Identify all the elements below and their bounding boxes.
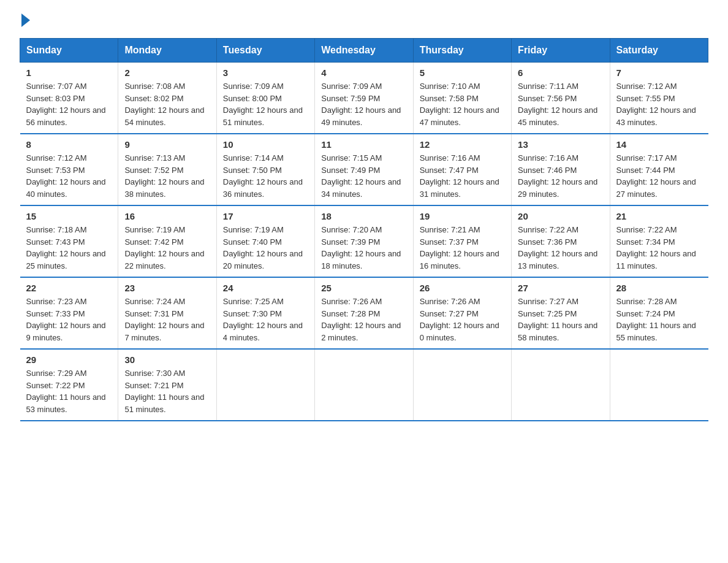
day-info: Sunrise: 7:28 AM Sunset: 7:24 PM Dayligh… — [616, 296, 702, 343]
day-info: Sunrise: 7:19 AM Sunset: 7:42 PM Dayligh… — [124, 224, 210, 272]
day-info: Sunrise: 7:17 AM Sunset: 7:44 PM Dayligh… — [616, 152, 702, 200]
calendar-week-row: 22Sunrise: 7:23 AM Sunset: 7:33 PM Dayli… — [20, 277, 708, 349]
day-number: 9 — [124, 139, 210, 150]
calendar-cell: 13Sunrise: 7:16 AM Sunset: 7:46 PM Dayli… — [512, 134, 610, 205]
day-number: 8 — [26, 139, 112, 150]
day-info: Sunrise: 7:13 AM Sunset: 7:52 PM Dayligh… — [124, 152, 210, 200]
day-number: 11 — [321, 139, 406, 150]
calendar-cell: 4Sunrise: 7:09 AM Sunset: 7:59 PM Daylig… — [315, 63, 413, 134]
calendar-cell: 27Sunrise: 7:27 AM Sunset: 7:25 PM Dayli… — [512, 277, 610, 349]
calendar-cell: 29Sunrise: 7:29 AM Sunset: 7:22 PM Dayli… — [20, 349, 118, 421]
column-header-wednesday: Wednesday — [315, 39, 413, 63]
day-info: Sunrise: 7:09 AM Sunset: 8:00 PM Dayligh… — [223, 80, 308, 128]
day-info: Sunrise: 7:21 AM Sunset: 7:37 PM Dayligh… — [420, 224, 505, 272]
calendar-cell: 5Sunrise: 7:10 AM Sunset: 7:58 PM Daylig… — [413, 63, 511, 134]
day-number: 21 — [616, 211, 702, 221]
day-info: Sunrise: 7:20 AM Sunset: 7:39 PM Dayligh… — [321, 224, 406, 272]
day-number: 7 — [616, 67, 702, 78]
day-info: Sunrise: 7:18 AM Sunset: 7:43 PM Dayligh… — [26, 224, 112, 272]
day-number: 6 — [518, 67, 603, 78]
day-info: Sunrise: 7:10 AM Sunset: 7:58 PM Dayligh… — [420, 80, 505, 128]
day-info: Sunrise: 7:08 AM Sunset: 8:02 PM Dayligh… — [124, 80, 210, 128]
calendar-cell: 22Sunrise: 7:23 AM Sunset: 7:33 PM Dayli… — [20, 277, 118, 349]
day-number: 1 — [26, 67, 112, 78]
day-info: Sunrise: 7:16 AM Sunset: 7:47 PM Dayligh… — [420, 152, 505, 200]
day-number: 5 — [420, 67, 505, 78]
day-number: 27 — [518, 283, 603, 293]
day-info: Sunrise: 7:09 AM Sunset: 7:59 PM Dayligh… — [321, 80, 406, 128]
calendar-cell: 12Sunrise: 7:16 AM Sunset: 7:47 PM Dayli… — [413, 134, 511, 205]
calendar-cell: 1Sunrise: 7:07 AM Sunset: 8:03 PM Daylig… — [20, 63, 118, 134]
day-number: 30 — [124, 354, 210, 365]
day-info: Sunrise: 7:27 AM Sunset: 7:25 PM Dayligh… — [518, 296, 603, 343]
column-header-friday: Friday — [512, 39, 610, 63]
day-number: 15 — [26, 211, 112, 221]
day-number: 14 — [616, 139, 702, 150]
calendar-cell: 25Sunrise: 7:26 AM Sunset: 7:28 PM Dayli… — [315, 277, 413, 349]
calendar-cell: 16Sunrise: 7:19 AM Sunset: 7:42 PM Dayli… — [118, 205, 216, 277]
calendar-cell: 7Sunrise: 7:12 AM Sunset: 7:55 PM Daylig… — [610, 63, 708, 134]
day-info: Sunrise: 7:11 AM Sunset: 7:56 PM Dayligh… — [518, 80, 603, 128]
day-number: 25 — [321, 283, 406, 293]
calendar-cell: 30Sunrise: 7:30 AM Sunset: 7:21 PM Dayli… — [118, 349, 216, 421]
day-info: Sunrise: 7:30 AM Sunset: 7:21 PM Dayligh… — [124, 367, 210, 415]
calendar-cell: 17Sunrise: 7:19 AM Sunset: 7:40 PM Dayli… — [216, 205, 314, 277]
calendar-cell — [216, 349, 314, 421]
calendar-cell: 19Sunrise: 7:21 AM Sunset: 7:37 PM Dayli… — [413, 205, 511, 277]
day-info: Sunrise: 7:15 AM Sunset: 7:49 PM Dayligh… — [321, 152, 406, 200]
column-header-saturday: Saturday — [610, 39, 708, 63]
day-info: Sunrise: 7:29 AM Sunset: 7:22 PM Dayligh… — [26, 367, 112, 415]
column-header-monday: Monday — [118, 39, 216, 63]
calendar-cell — [315, 349, 413, 421]
calendar-cell: 24Sunrise: 7:25 AM Sunset: 7:30 PM Dayli… — [216, 277, 314, 349]
day-info: Sunrise: 7:22 AM Sunset: 7:34 PM Dayligh… — [616, 224, 702, 272]
column-header-sunday: Sunday — [20, 39, 118, 63]
logo — [20, 15, 30, 27]
day-number: 28 — [616, 283, 702, 293]
day-number: 22 — [26, 283, 112, 293]
calendar-table: SundayMondayTuesdayWednesdayThursdayFrid… — [20, 38, 708, 421]
column-header-thursday: Thursday — [413, 39, 511, 63]
day-info: Sunrise: 7:07 AM Sunset: 8:03 PM Dayligh… — [26, 80, 112, 128]
day-number: 20 — [518, 211, 603, 221]
day-info: Sunrise: 7:24 AM Sunset: 7:31 PM Dayligh… — [124, 296, 210, 343]
day-number: 18 — [321, 211, 406, 221]
calendar-cell: 23Sunrise: 7:24 AM Sunset: 7:31 PM Dayli… — [118, 277, 216, 349]
calendar-cell: 3Sunrise: 7:09 AM Sunset: 8:00 PM Daylig… — [216, 63, 314, 134]
day-number: 13 — [518, 139, 603, 150]
calendar-cell: 21Sunrise: 7:22 AM Sunset: 7:34 PM Dayli… — [610, 205, 708, 277]
day-number: 26 — [420, 283, 505, 293]
day-info: Sunrise: 7:16 AM Sunset: 7:46 PM Dayligh… — [518, 152, 603, 200]
calendar-cell: 9Sunrise: 7:13 AM Sunset: 7:52 PM Daylig… — [118, 134, 216, 205]
calendar-cell: 11Sunrise: 7:15 AM Sunset: 7:49 PM Dayli… — [315, 134, 413, 205]
day-number: 29 — [26, 354, 112, 365]
calendar-week-row: 1Sunrise: 7:07 AM Sunset: 8:03 PM Daylig… — [20, 63, 708, 134]
calendar-cell: 6Sunrise: 7:11 AM Sunset: 7:56 PM Daylig… — [512, 63, 610, 134]
calendar-week-row: 15Sunrise: 7:18 AM Sunset: 7:43 PM Dayli… — [20, 205, 708, 277]
calendar-cell: 20Sunrise: 7:22 AM Sunset: 7:36 PM Dayli… — [512, 205, 610, 277]
calendar-cell: 26Sunrise: 7:26 AM Sunset: 7:27 PM Dayli… — [413, 277, 511, 349]
calendar-cell: 14Sunrise: 7:17 AM Sunset: 7:44 PM Dayli… — [610, 134, 708, 205]
day-info: Sunrise: 7:12 AM Sunset: 7:53 PM Dayligh… — [26, 152, 112, 200]
calendar-cell: 10Sunrise: 7:14 AM Sunset: 7:50 PM Dayli… — [216, 134, 314, 205]
calendar-cell: 8Sunrise: 7:12 AM Sunset: 7:53 PM Daylig… — [20, 134, 118, 205]
day-info: Sunrise: 7:26 AM Sunset: 7:28 PM Dayligh… — [321, 296, 406, 343]
calendar-cell: 2Sunrise: 7:08 AM Sunset: 8:02 PM Daylig… — [118, 63, 216, 134]
calendar-cell — [610, 349, 708, 421]
calendar-cell — [413, 349, 511, 421]
day-info: Sunrise: 7:12 AM Sunset: 7:55 PM Dayligh… — [616, 80, 702, 128]
calendar-cell: 28Sunrise: 7:28 AM Sunset: 7:24 PM Dayli… — [610, 277, 708, 349]
day-info: Sunrise: 7:22 AM Sunset: 7:36 PM Dayligh… — [518, 224, 603, 272]
day-number: 16 — [124, 211, 210, 221]
day-number: 2 — [124, 67, 210, 78]
day-number: 12 — [420, 139, 505, 150]
day-number: 23 — [124, 283, 210, 293]
day-info: Sunrise: 7:19 AM Sunset: 7:40 PM Dayligh… — [223, 224, 308, 272]
day-number: 4 — [321, 67, 406, 78]
day-info: Sunrise: 7:14 AM Sunset: 7:50 PM Dayligh… — [223, 152, 308, 200]
logo-arrow-icon — [21, 13, 30, 27]
calendar-week-row: 8Sunrise: 7:12 AM Sunset: 7:53 PM Daylig… — [20, 134, 708, 205]
day-number: 17 — [223, 211, 308, 221]
calendar-cell — [512, 349, 610, 421]
calendar-cell: 18Sunrise: 7:20 AM Sunset: 7:39 PM Dayli… — [315, 205, 413, 277]
